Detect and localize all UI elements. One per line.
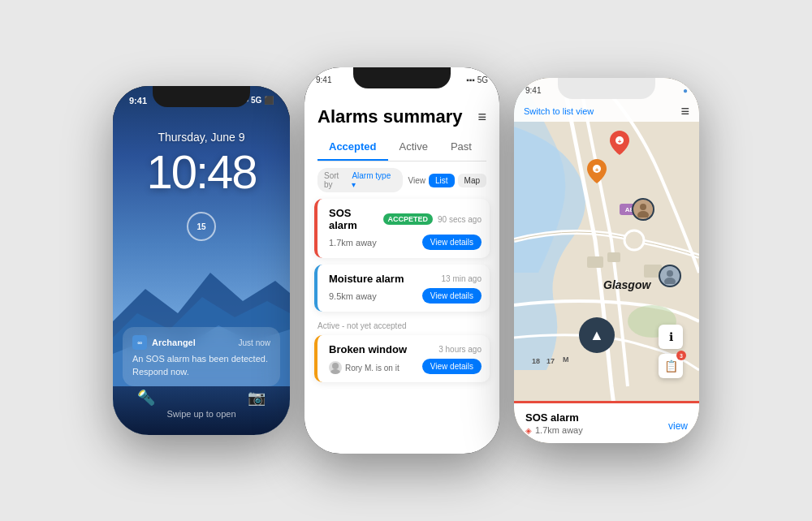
map-dist-icon: ◈ [525,426,532,435]
notif-body: An SOS alarm has been detected. Respond … [132,353,270,378]
alarm-name-moisture: Moisture alarm [329,273,437,285]
notif-app-name: Archangel [152,338,234,347]
tab-past[interactable]: Past [439,134,483,161]
sort-value: Alarm type ▾ [352,171,396,189]
map-screen: A87 Glasgow 18 17 M [514,78,699,443]
flashlight-icon: 🔦 [137,389,155,407]
svg-point-23 [667,270,673,277]
map-alarm-name: SOS alarm [525,411,688,424]
svg-text:Glasgow: Glasgow [603,278,651,291]
svg-text:+: + [595,166,599,174]
notification-card[interactable]: ∞ Archangel Just now An SOS alarm has be… [123,327,280,386]
sort-label: Sort by [324,171,349,189]
phone-map: A87 Glasgow 18 17 M [514,78,699,443]
map-dist-value: 1.7km away [535,425,583,435]
svg-point-21 [640,204,646,210]
moisture-alarm-card[interactable]: Moisture alarm 13 min ago 9.5km away Vie… [314,265,490,312]
svg-point-8 [624,230,644,250]
filter-row: Sort by Alarm type ▾ View List Map [304,161,499,199]
swipe-text: Swipe up to open [113,409,290,419]
alarm-time-broken: 3 hours ago [438,345,482,354]
view-details-broken[interactable]: View details [422,359,482,374]
map-avatar-pin-2 [659,265,681,287]
map-status-bar: 9:41 ● [525,86,688,95]
lock-bottom-icons: 🔦 📷 [113,389,290,407]
alarms-signal: ▪▪▪ 5G [466,75,488,84]
view-buttons: View List Map [408,174,486,187]
svg-text:17: 17 [546,357,555,365]
alarm-distance-sos: 1.7km away [329,238,377,248]
notif-time: Just now [239,338,270,347]
view-details-sos[interactable]: View details [422,235,482,250]
view-details-moisture[interactable]: View details [422,288,482,304]
map-tool-cluster: ℹ 📋 3 [659,325,683,378]
map-list-btn[interactable]: 📋 3 [659,354,683,378]
view-map-btn[interactable]: Map [458,174,486,187]
svg-point-4 [330,369,340,374]
alarms-title: Alarms summary [317,106,463,127]
phones-container: 9:41 ▪▪▪ 5G ⬛ Thursday, June 9 10:48 15 … [97,51,715,470]
lockscreen-background: 9:41 ▪▪▪ 5G ⬛ Thursday, June 9 10:48 15 … [113,86,290,435]
alarms-screen: 9:41 ▪▪▪ 5G Alarms summary ≡ Accepted Ac… [304,67,499,454]
map-hamburger-icon[interactable]: ≡ [680,103,689,120]
camera-icon: 📷 [248,389,266,407]
map-info-btn[interactable]: ℹ [659,325,683,349]
phone-lockscreen: 9:41 ▪▪▪ 5G ⬛ Thursday, June 9 10:48 15 … [113,86,290,435]
map-pin-red-1: + [610,131,629,158]
svg-point-22 [637,211,649,217]
map-avatar-pin-1 [632,198,654,221]
notch [153,86,250,107]
svg-text:+: + [618,138,622,145]
alarm-name-broken: Broken window [329,343,434,355]
alarms-status-time: 9:41 [316,75,331,84]
accepted-badge: ACCPETED [383,213,434,225]
map-status-time: 9:41 [525,86,541,95]
svg-text:18: 18 [532,357,540,365]
notif-header: ∞ Archangel Just now [132,335,270,350]
map-alarm-dist: ◈ 1.7km away [525,425,688,435]
switch-list-btn[interactable]: Switch to list view [524,106,594,116]
alarm-card-top-moisture: Moisture alarm 13 min ago [329,273,482,285]
alarm-bottom-sos: 1.7km away View details [329,235,482,250]
section-label: Active - not yet accepted [304,318,499,335]
broken-window-card[interactable]: Broken window 3 hours ago Rory M. is on … [314,335,490,382]
alarm-bottom-moisture: 9.5km away View details [329,288,482,304]
hamburger-icon[interactable]: ≡ [477,109,486,126]
svg-rect-11 [607,252,620,262]
lock-time: 10:48 [113,144,290,199]
app-logo: ∞ [132,335,147,350]
map-view-link[interactable]: view [668,420,688,432]
user-avatar [329,361,342,374]
tab-active[interactable]: Active [388,134,439,161]
alarm-time-moisture: 13 min ago [442,274,482,283]
notch-2 [353,67,451,88]
phone-alarms: 9:41 ▪▪▪ 5G Alarms summary ≡ Accepted Ac… [304,67,499,454]
view-label: View [408,176,425,185]
view-list-btn[interactable]: List [429,174,455,187]
svg-point-24 [664,278,676,284]
ring-label: 15 [197,222,205,231]
lock-ring: 15 [187,212,216,241]
tab-accepted[interactable]: Accepted [317,134,388,161]
svg-point-3 [332,363,339,369]
svg-text:M: M [563,355,569,364]
sos-alarm-card[interactable]: SOS alarm ACCPETED 90 secs ago 1.7km awa… [314,199,490,258]
map-overlay-bar: Switch to list view ≡ [514,78,699,122]
map-pin-orange: + [587,159,607,187]
alarm-distance-moisture: 9.5km away [329,291,377,301]
user-name: Rory M. is on it [345,364,400,372]
alarm-bottom-broken: Rory M. is on it View details [329,359,482,374]
svg-rect-10 [587,256,603,268]
alarm-time-sos: 90 secs ago [438,215,482,224]
alarm-user-row: Rory M. is on it [329,361,400,374]
status-time: 9:41 [129,96,147,105]
sort-button[interactable]: Sort by Alarm type ▾ [317,168,403,192]
alarm-card-top: SOS alarm ACCPETED 90 secs ago [329,207,482,231]
tabs-row: Accepted Active Past [317,134,486,161]
nav-circle[interactable]: ▲ [579,317,615,353]
map-bottom-card: SOS alarm ◈ 1.7km away view [514,401,699,443]
lock-date: Thursday, June 9 [113,131,290,144]
alarm-name-sos: SOS alarm [329,207,378,231]
map-signal: ● [683,86,688,95]
alarm-card-top-broken: Broken window 3 hours ago [329,343,482,355]
